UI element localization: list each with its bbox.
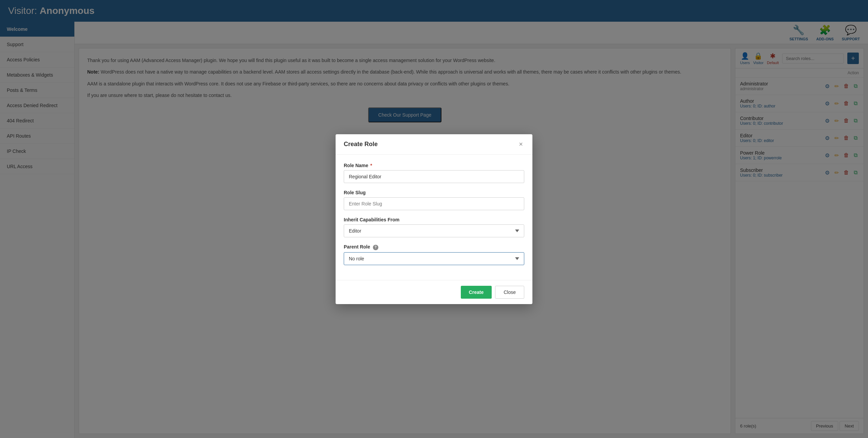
- inherit-label: Inherit Capabilities From: [344, 217, 524, 222]
- modal-footer: Create Close: [336, 280, 532, 304]
- parent-role-select[interactable]: No role Administrator Editor Author Cont…: [344, 252, 524, 265]
- modal-header: Create Role ×: [336, 134, 532, 155]
- required-indicator: *: [370, 163, 372, 168]
- modal-close-button[interactable]: ×: [517, 140, 524, 148]
- create-button[interactable]: Create: [461, 286, 492, 299]
- role-name-group: Role Name *: [344, 163, 524, 183]
- create-role-modal: Create Role × Role Name * Role Slug Inhe…: [336, 134, 532, 304]
- modal-title: Create Role: [344, 141, 378, 148]
- help-icon[interactable]: ?: [373, 245, 378, 250]
- close-button[interactable]: Close: [495, 286, 524, 299]
- role-slug-group: Role Slug: [344, 190, 524, 210]
- role-slug-label: Role Slug: [344, 190, 524, 195]
- inherit-capabilities-select[interactable]: Editor Administrator Author Contributor …: [344, 224, 524, 237]
- inherit-capabilities-group: Inherit Capabilities From Editor Adminis…: [344, 217, 524, 237]
- modal-body: Role Name * Role Slug Inherit Capabiliti…: [336, 155, 532, 280]
- parent-role-group: Parent Role ? No role Administrator Edit…: [344, 244, 524, 265]
- role-name-input[interactable]: [344, 170, 524, 183]
- parent-role-label: Parent Role ?: [344, 244, 524, 250]
- role-name-label: Role Name *: [344, 163, 524, 168]
- modal-overlay[interactable]: Create Role × Role Name * Role Slug Inhe…: [0, 0, 868, 438]
- role-slug-input[interactable]: [344, 197, 524, 210]
